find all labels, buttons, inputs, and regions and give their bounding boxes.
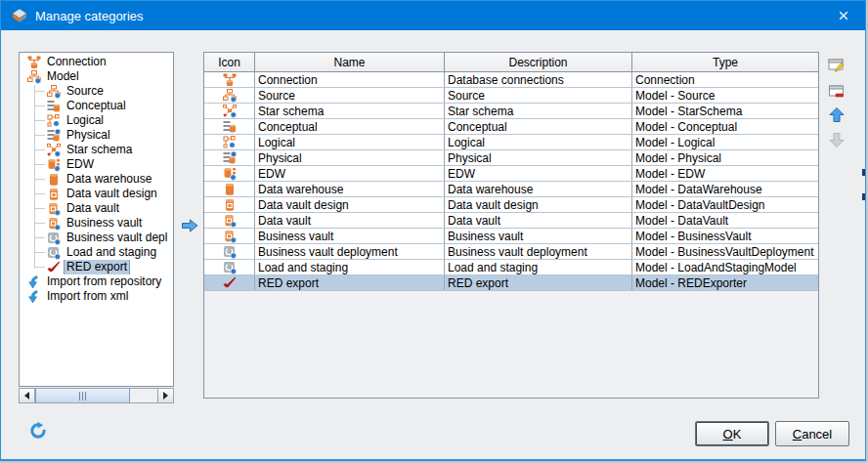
cell-name: Source: [255, 88, 445, 103]
business-vault-icon: [223, 230, 237, 243]
cell-name: RED export: [255, 275, 445, 290]
table-header: IconNameDescriptionType: [204, 53, 818, 72]
tree-item-label: Physical: [65, 128, 112, 143]
cell-description: Data vault: [445, 213, 632, 228]
cell-type: Model - StarSchema: [632, 104, 818, 118]
cell-name: Data vault: [255, 213, 445, 228]
cell-description: Business vault: [445, 229, 632, 243]
source-icon: [47, 85, 61, 99]
edit-category-button[interactable]: [827, 56, 846, 75]
cell-name: Conceptual: [255, 119, 445, 134]
table-row-source[interactable]: SourceSourceModel - Source: [204, 88, 818, 104]
table-row-logical[interactable]: LogicalLogicalModel - Logical: [204, 135, 818, 150]
border-mark: [862, 169, 865, 176]
cell-name: Data vault design: [255, 197, 445, 212]
close-icon: [837, 9, 850, 22]
up-arrow-icon: [828, 106, 846, 124]
categories-table: IconNameDescriptionType ConnectionDataba…: [203, 52, 819, 399]
data-vault-design-icon: [47, 188, 61, 201]
tree-item-label: Data warehouse: [65, 172, 153, 187]
cell-name: Connection: [255, 72, 445, 87]
border-mark: [862, 193, 865, 200]
tree-item-label: Data vault design: [65, 187, 159, 201]
cell-description: EDW: [445, 166, 632, 181]
table-row-data-warehouse[interactable]: Data warehouseData warehouseModel - Data…: [204, 182, 818, 197]
tree-item-data-vault-design[interactable]: Data vault design: [20, 187, 173, 201]
scroll-left-button[interactable]: [20, 389, 35, 402]
tree-item-data-warehouse[interactable]: Data warehouse: [20, 172, 173, 187]
cell-name: Business vault: [255, 229, 445, 243]
cell-name: Load and staging: [255, 260, 445, 274]
scrollbar-grip-icon: [79, 392, 87, 400]
tree-item-label: Import from repository: [45, 274, 163, 289]
table-row-business-vault-deployment[interactable]: Business vault deploymentBusiness vault …: [204, 244, 818, 260]
tree-item-source[interactable]: Source: [20, 84, 173, 99]
table-row-connection[interactable]: ConnectionDatabase connectionsConnection: [204, 72, 818, 88]
table-row-physical[interactable]: PhysicalPhysicalModel - Physical: [204, 150, 818, 166]
tree-item-connection[interactable]: Connection: [20, 55, 173, 69]
move-up-button[interactable]: [827, 105, 846, 125]
tree-item-business-vault-depl[interactable]: Business vault depl: [20, 231, 173, 245]
table-row-data-vault[interactable]: Data vaultData vaultModel - DataVault: [204, 213, 818, 229]
table-row-red-export[interactable]: RED exportRED exportModel - REDExporter: [204, 275, 818, 291]
row-icon-cell: [204, 275, 255, 290]
tree-item-physical[interactable]: Physical: [20, 128, 173, 143]
table-row-data-vault-design[interactable]: Data vault designData vault designModel …: [204, 197, 818, 213]
tree-item-label: Conceptual: [65, 99, 128, 113]
move-down-button[interactable]: [827, 130, 846, 149]
load-and-staging-icon: [47, 246, 61, 260]
tree-item-data-vault[interactable]: Data vault: [20, 201, 173, 216]
tree-item-red-export[interactable]: RED export: [20, 260, 173, 274]
cell-description: Load and staging: [445, 260, 632, 274]
row-icon-cell: [204, 244, 255, 259]
ok-button[interactable]: OK: [695, 421, 769, 446]
row-icon-cell: [204, 119, 255, 134]
tree-item-edw[interactable]: EDW: [20, 157, 173, 172]
row-icon-cell: [204, 72, 255, 87]
tree-item-label: Logical: [65, 113, 106, 128]
red-export-icon: [223, 276, 237, 290]
cancel-button[interactable]: Cancel: [775, 421, 849, 446]
tree-item-import-from-xml[interactable]: Import from xml: [20, 289, 173, 304]
business-vault-icon: [47, 217, 61, 231]
row-icon-cell: [204, 182, 255, 196]
data-warehouse-icon: [223, 183, 237, 196]
refresh-button[interactable]: [29, 422, 47, 440]
scrollbar-track[interactable]: [130, 389, 157, 402]
tree-item-label: EDW: [65, 157, 96, 172]
table-row-conceptual[interactable]: ConceptualConceptualModel - Conceptual: [204, 119, 818, 135]
table-row-business-vault[interactable]: Business vaultBusiness vaultModel - Busi…: [204, 229, 818, 244]
scrollbar-thumb[interactable]: [35, 389, 130, 402]
table-row-load-and-staging[interactable]: Load and stagingLoad and stagingModel - …: [204, 260, 818, 275]
cell-description: Star schema: [445, 104, 632, 118]
tree-item-import-from-repository[interactable]: Import from repository: [20, 274, 173, 289]
tree-item-label: Data vault: [65, 201, 121, 216]
tree-horizontal-scrollbar[interactable]: [19, 388, 174, 403]
delete-row-icon: [828, 83, 846, 101]
column-header-name[interactable]: Name: [255, 53, 445, 71]
tree-item-model[interactable]: Model: [20, 69, 173, 84]
connection-icon: [223, 73, 237, 87]
tree-item-load-and-staging[interactable]: Load and staging: [20, 245, 173, 260]
table-row-star-schema[interactable]: Star schemaStar schemaModel - StarSchema: [204, 104, 818, 119]
tree-item-conceptual[interactable]: Conceptual: [20, 99, 173, 113]
tree-item-business-vault[interactable]: Business vault: [20, 216, 173, 231]
row-icon-cell: [204, 213, 255, 228]
scroll-right-button[interactable]: [157, 389, 173, 402]
cell-type: Model - DataWarehouse: [632, 182, 818, 196]
column-header-icon[interactable]: Icon: [204, 53, 255, 71]
title-bar[interactable]: Manage categories: [1, 1, 865, 30]
import-icon: [27, 290, 41, 304]
logical-icon: [47, 114, 61, 128]
tree-item-star-schema[interactable]: Star schema: [20, 143, 173, 157]
column-header-description[interactable]: Description: [445, 53, 632, 71]
table-row-edw[interactable]: EDWEDWModel - EDW: [204, 166, 818, 182]
column-header-type[interactable]: Type: [632, 53, 818, 71]
cell-type: Model - Physical: [632, 150, 818, 165]
tree-item-label: Business vault: [65, 216, 144, 231]
close-button[interactable]: [821, 1, 865, 30]
row-icon-cell: [204, 260, 255, 274]
remove-category-button[interactable]: [827, 82, 846, 102]
tree-item-logical[interactable]: Logical: [20, 113, 173, 128]
cell-description: Logical: [445, 135, 632, 149]
